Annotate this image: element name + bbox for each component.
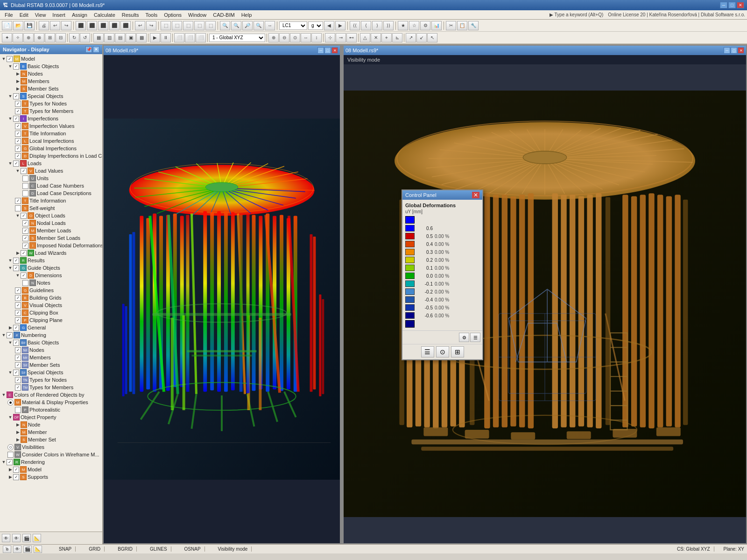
check-consider[interactable] bbox=[7, 452, 14, 458]
tree-member-sets[interactable]: ▶ S Member Sets bbox=[0, 85, 102, 92]
tb-btn-5[interactable]: ⬛ bbox=[120, 21, 131, 30]
menu-calculate[interactable]: Calculate bbox=[91, 11, 118, 19]
tree-units[interactable]: U Units bbox=[0, 175, 102, 182]
tree-material-display[interactable]: ● M Material & Display Properties bbox=[0, 399, 102, 406]
expand-nodes[interactable]: ▶ bbox=[15, 70, 21, 77]
expand-members[interactable]: ▶ bbox=[15, 78, 21, 84]
tb2-snap2[interactable]: ⊸ bbox=[336, 33, 346, 42]
status-icon3[interactable]: 🎬 bbox=[23, 546, 32, 553]
check-rendering[interactable] bbox=[7, 459, 13, 465]
tree-basic-objects[interactable]: ▼ B Basic Objects bbox=[0, 63, 102, 70]
tree-rendering[interactable]: ▼ R Rendering bbox=[0, 458, 102, 466]
tree-special-objects[interactable]: ▼ S Special Objects bbox=[0, 92, 102, 100]
menu-view[interactable]: View bbox=[32, 11, 49, 19]
expand-colors[interactable]: ▼ bbox=[1, 392, 7, 398]
menu-insert[interactable]: Insert bbox=[49, 11, 68, 19]
tree-notes[interactable]: N Notes bbox=[0, 279, 102, 287]
load-case-name[interactable]: g bbox=[308, 21, 323, 30]
tree-num-basic[interactable]: ▼ B# Basic Objects bbox=[0, 339, 102, 346]
status-icon4[interactable]: 📐 bbox=[34, 546, 42, 553]
tb-btn-7[interactable]: ↪ bbox=[146, 21, 156, 30]
tb2-extra3[interactable]: ⌖ bbox=[381, 33, 392, 42]
tree-object-loads[interactable]: ▼ O Object Loads bbox=[0, 212, 102, 219]
nav-bottom-icon2[interactable]: 👁 bbox=[12, 534, 21, 542]
tb2-plane[interactable]: ⬜ bbox=[174, 33, 184, 42]
tree-member-set-loads[interactable]: S Member Set Loads bbox=[0, 234, 102, 242]
tree-lc-descriptions[interactable]: D Load Case Descriptions bbox=[0, 189, 102, 197]
expand-render-supports[interactable]: ▶ bbox=[7, 474, 13, 480]
check-num-tmembers[interactable] bbox=[15, 385, 21, 391]
right-minimize[interactable]: ─ bbox=[724, 47, 730, 54]
tb2-anim[interactable]: ▶ bbox=[150, 33, 160, 42]
tree-guide-objects[interactable]: ▼ G Guide Objects bbox=[0, 264, 102, 272]
expand-basic[interactable]: ▼ bbox=[7, 63, 13, 70]
tb-btn-1[interactable]: ⬛ bbox=[76, 21, 86, 30]
tree-guidelines[interactable]: G Guidelines bbox=[0, 287, 102, 294]
tb-btn-3[interactable]: ⬛ bbox=[98, 21, 108, 30]
tb2-edit3[interactable]: ↖ bbox=[427, 33, 437, 42]
tb2-edit2[interactable]: ↙ bbox=[416, 33, 427, 42]
tb2-rotate1[interactable]: ↻ bbox=[69, 33, 79, 42]
menu-assign[interactable]: Assign bbox=[69, 11, 90, 19]
tree-model[interactable]: ▼ M Model bbox=[0, 55, 102, 63]
check-visual[interactable] bbox=[15, 302, 21, 308]
tree-nodal-loads[interactable]: N Nodal Loads bbox=[0, 219, 102, 227]
check-model[interactable] bbox=[7, 56, 13, 62]
check-title-load[interactable] bbox=[15, 198, 21, 204]
nav-pin-button[interactable]: 📌 bbox=[85, 46, 92, 53]
check-obj-loads[interactable] bbox=[21, 213, 27, 219]
check-types-nodes[interactable] bbox=[15, 101, 21, 107]
check-results[interactable] bbox=[13, 258, 19, 264]
check-building[interactable] bbox=[15, 295, 21, 301]
check-notes[interactable] bbox=[22, 280, 28, 286]
tb-extra7[interactable]: 🔧 bbox=[468, 21, 479, 30]
tb-btn-6[interactable]: ↩ bbox=[135, 21, 145, 30]
tree-member-prop[interactable]: ▶ M Member bbox=[0, 428, 102, 436]
tb-btn-13[interactable]: 🔍 bbox=[220, 21, 230, 30]
tree-title-info-load[interactable]: T Title Information bbox=[0, 197, 102, 204]
cp-foot-btn3[interactable]: ⊞ bbox=[451, 346, 464, 357]
expand-results[interactable]: ▼ bbox=[7, 257, 13, 264]
maximize-button[interactable]: □ bbox=[728, 2, 736, 8]
tree-object-property[interactable]: ▼ OP Object Property bbox=[0, 413, 102, 421]
tree-title-info-imp[interactable]: T Title Information bbox=[0, 130, 102, 137]
tb2-btn4[interactable]: ⊗ bbox=[34, 33, 44, 42]
expand-obj-prop[interactable]: ▼ bbox=[7, 414, 13, 420]
nav-close-button[interactable]: ✕ bbox=[93, 46, 99, 53]
tree-imposed-deform[interactable]: I Imposed Nodal Deformations bbox=[0, 242, 102, 249]
check-dimensions[interactable] bbox=[21, 273, 27, 279]
check-num-ms[interactable] bbox=[15, 362, 21, 368]
tree-imperfections[interactable]: ▼ I Imperfections bbox=[0, 115, 102, 122]
tree-imperfection-values[interactable]: V Imperfection Values bbox=[0, 122, 102, 130]
check-clip-plane[interactable] bbox=[15, 317, 21, 323]
tb2-extra1[interactable]: △ bbox=[360, 33, 370, 42]
tb2-zoom4[interactable]: ↔ bbox=[301, 33, 311, 42]
tree-local-imperfections[interactable]: L Local Imperfections bbox=[0, 137, 102, 145]
check-num-special[interactable] bbox=[13, 370, 19, 376]
tb-btn-15[interactable]: 🔎 bbox=[242, 21, 253, 30]
prev-lc-button[interactable]: ◀ bbox=[324, 21, 334, 30]
tb2-zoom1[interactable]: ⊕ bbox=[268, 33, 279, 42]
tree-consider-colors[interactable]: W Consider Colors in Wireframe M... bbox=[0, 451, 102, 458]
tb-extra1[interactable]: ★ bbox=[398, 21, 408, 30]
tb-extra2[interactable]: ☆ bbox=[409, 21, 419, 30]
cp-foot-btn1[interactable]: ☰ bbox=[421, 346, 434, 357]
tb2-extra4[interactable]: ⊾ bbox=[392, 33, 402, 42]
check-self-weight[interactable] bbox=[15, 205, 21, 211]
expand-node-prop[interactable]: ▶ bbox=[15, 421, 21, 428]
tree-visibilities[interactable]: ○ V Visibilities bbox=[0, 443, 102, 451]
check-special[interactable] bbox=[13, 93, 19, 99]
expand-ms-prop[interactable]: ▶ bbox=[15, 436, 21, 443]
expand-model[interactable]: ▼ bbox=[1, 56, 7, 62]
tree-self-weight[interactable]: S Self-weight bbox=[0, 204, 102, 212]
tree-num-members[interactable]: M# Members bbox=[0, 354, 102, 361]
tb2-zoom2[interactable]: ⊖ bbox=[279, 33, 289, 42]
tb2-btn3[interactable]: ⊕ bbox=[23, 33, 34, 42]
status-icon2[interactable]: 👁 bbox=[13, 546, 21, 553]
check-member-loads[interactable] bbox=[22, 228, 28, 234]
tree-clipping-box[interactable]: C Clipping Box bbox=[0, 309, 102, 316]
tb-btn-8[interactable]: ⬚ bbox=[161, 21, 171, 30]
check-global-imp[interactable] bbox=[15, 146, 21, 152]
tb2-btn6[interactable]: ⊟ bbox=[56, 33, 66, 42]
open-button[interactable]: 📂 bbox=[13, 21, 23, 30]
